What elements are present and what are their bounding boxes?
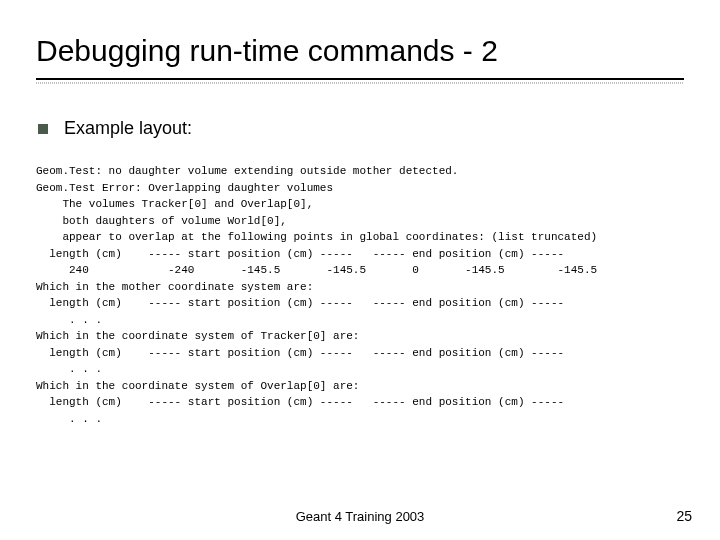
footer-center: Geant 4 Training 2003 <box>0 509 720 524</box>
slide: Debugging run-time commands - 2 Example … <box>0 0 720 540</box>
bullet-row: Example layout: <box>38 118 684 139</box>
square-bullet-icon <box>38 124 48 134</box>
slide-title: Debugging run-time commands - 2 <box>36 34 684 68</box>
code-block: Geom.Test: no daughter volume extending … <box>36 163 684 427</box>
page-number: 25 <box>676 508 692 524</box>
title-rule <box>36 78 684 80</box>
bullet-text: Example layout: <box>64 118 192 139</box>
title-subrule <box>36 82 684 84</box>
